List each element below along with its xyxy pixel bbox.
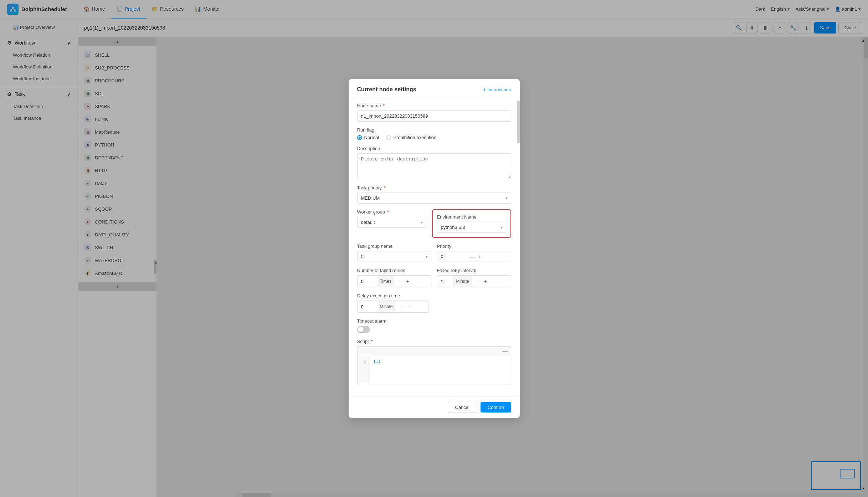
environment-name-select-wrapper: python3.6.8 [437,222,506,233]
task-priority-required: * [384,185,385,190]
retry-interval-decrease-button[interactable]: — [476,278,482,284]
retries-increase-button[interactable]: + [406,278,410,284]
retry-row: Number of failed retries Times — + Faile… [357,268,511,293]
modal-title: Current node settings [357,86,416,93]
failed-retries-group: Number of failed retries Times — + [357,268,431,287]
modal-scroll-thumb [517,101,520,143]
worker-group-form-group: Worker group * default [357,209,426,238]
script-line-numbers: 1 [358,356,370,385]
failed-retries-input[interactable] [358,276,375,287]
script-header: — [358,347,511,356]
task-priority-select[interactable]: MEDIUM [357,193,511,204]
modal-footer: Cancel Confirm [349,396,520,418]
confirm-button[interactable]: Confirm [481,402,511,413]
task-priority-label: Task priority * [357,185,511,190]
retry-interval-input[interactable] [437,276,452,287]
radio-prohibition-circle [386,135,391,140]
script-minimize-button[interactable]: — [502,348,508,354]
timeout-alarm-group: Timeout alarm [357,318,511,333]
task-group-name-label: Task group name [357,244,431,249]
retries-buttons: — + [396,278,412,284]
worker-group-select-wrapper: default [357,217,426,228]
environment-name-select[interactable]: python3.6.8 [437,222,506,233]
run-flag-label: Run flag [357,127,511,133]
delay-execution-input-group: Minute — + [357,301,428,313]
delay-decrease-button[interactable]: — [399,304,406,309]
delay-buttons: — + [397,304,414,309]
task-priority-select-wrapper: MEDIUM [357,193,511,204]
script-body: 1 111 [358,356,511,385]
worker-group-label: Worker group * [357,209,426,215]
priority-decrease-button[interactable]: — [469,254,476,260]
delay-execution-input[interactable] [358,302,375,312]
retry-interval-unit: Minute [453,276,472,287]
script-editor: — 1 111 [357,346,511,385]
priority-group: Priority — + [437,244,511,262]
node-settings-modal: Current node settings ℹ Instructions Nod… [349,79,520,418]
environment-name-group: Environment Name python3.6.8 [432,209,511,238]
script-required: * [371,339,373,344]
script-code-area[interactable]: 111 [370,356,511,385]
retry-interval-group: Failed retry interval Minute — + [437,268,511,287]
radio-prohibition[interactable]: Prohibition execution [386,135,436,140]
retry-interval-input-group: Minute — + [437,275,511,287]
task-group-name-group: Task group name 0 [357,244,431,262]
modal-body: Node name * Run flag Normal Prohibition … [349,97,520,396]
task-group-name-select[interactable]: 0 [357,251,431,262]
retry-interval-buttons: — + [473,278,490,284]
failed-retries-label: Number of failed retries [357,268,431,273]
delay-execution-group: Delay execution time Minute — + [357,293,511,313]
task-group-priority-row: Task group name 0 Priority — + [357,244,511,268]
radio-normal[interactable]: Normal [357,135,379,140]
task-priority-group: Task priority * MEDIUM [357,185,511,204]
script-group: Script * — 1 111 [357,339,511,385]
description-textarea[interactable] [357,153,511,178]
retry-interval-label: Failed retry interval [437,268,511,273]
run-flag-radio-group: Normal Prohibition execution [357,135,511,140]
description-group: Description [357,146,511,179]
node-name-label: Node name * [357,103,511,108]
run-flag-group: Run flag Normal Prohibition execution [357,127,511,140]
instructions-link[interactable]: ℹ Instructions [483,87,511,92]
task-group-name-select-wrapper: 0 [357,251,431,262]
toggle-thumb [358,327,364,332]
priority-buttons: — + [467,254,484,260]
worker-env-row: Worker group * default Environment Name … [357,209,511,244]
delay-increase-button[interactable]: + [407,304,411,309]
script-label: Script * [357,339,511,344]
priority-label: Priority [437,244,511,249]
radio-prohibition-label: Prohibition execution [393,135,436,140]
environment-name-label: Environment Name [437,214,506,220]
retries-decrease-button[interactable]: — [398,278,404,284]
retry-interval-increase-button[interactable]: + [483,278,488,284]
worker-group-select[interactable]: default [357,217,426,228]
delay-execution-unit: Minute [377,301,396,312]
description-label: Description [357,146,511,151]
instructions-icon: ℹ [483,87,485,92]
delay-execution-label: Delay execution time [357,293,511,298]
node-name-input[interactable] [357,111,511,122]
node-name-required: * [383,103,385,108]
worker-group-required: * [387,209,389,215]
radio-normal-label: Normal [364,135,379,140]
priority-input[interactable] [437,251,466,262]
retries-unit: Times [377,276,394,287]
priority-input-group: — + [437,251,511,262]
modal-scrollbar[interactable] [517,101,520,396]
node-name-group: Node name * [357,103,511,122]
cancel-button[interactable]: Cancel [448,402,477,413]
failed-retries-input-group: Times — + [357,275,431,287]
modal-header: Current node settings ℹ Instructions [349,79,520,97]
timeout-alarm-toggle[interactable] [357,326,370,333]
timeout-alarm-label: Timeout alarm [357,318,511,324]
radio-normal-circle [357,135,362,140]
priority-increase-button[interactable]: + [477,254,482,260]
modal-overlay[interactable]: Current node settings ℹ Instructions Nod… [0,0,868,497]
